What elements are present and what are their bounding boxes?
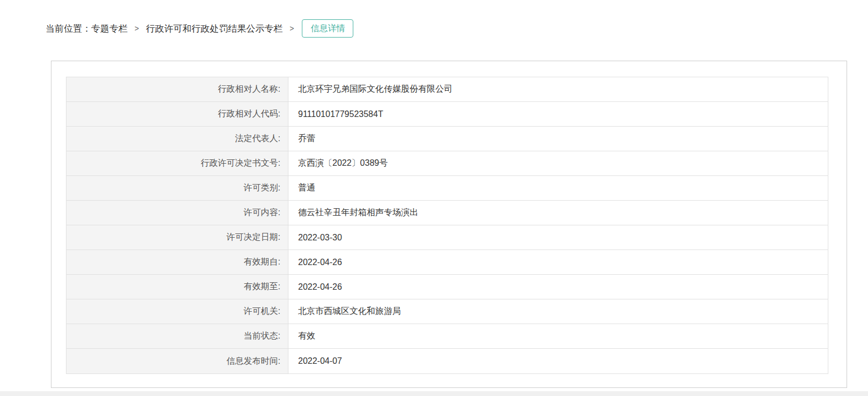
row-label: 许可内容: xyxy=(66,201,288,225)
info-detail-button[interactable]: 信息详情 xyxy=(302,19,353,38)
table-row: 行政相对人名称: 北京环宇兄弟国际文化传媒股份有限公司 xyxy=(66,77,828,102)
row-value: 京西演〔2022〕0389号 xyxy=(288,151,828,175)
table-row: 行政相对人代码: 91110101779523584T xyxy=(66,102,828,127)
row-label: 当前状态: xyxy=(66,324,288,348)
table-row: 许可机关: 北京市西城区文化和旅游局 xyxy=(66,299,828,324)
row-label: 法定代表人: xyxy=(66,127,288,151)
page: 当前位置： 专题专栏 > 行政许可和行政处罚结果公示专栏 > 信息详情 行政相对… xyxy=(0,0,868,396)
row-label: 有效期至: xyxy=(66,275,288,299)
row-value: 乔蕾 xyxy=(288,127,828,151)
row-label: 行政许可决定书文号: xyxy=(66,151,288,175)
row-value: 2022-03-30 xyxy=(288,225,828,250)
breadcrumb-prefix: 当前位置： xyxy=(46,23,91,35)
row-label: 许可类别: xyxy=(66,176,288,200)
breadcrumb-separator: > xyxy=(135,24,139,33)
row-label: 许可决定日期: xyxy=(66,225,288,250)
row-label: 信息发布时间: xyxy=(66,349,288,373)
row-value: 2022-04-26 xyxy=(288,275,828,299)
table-row: 有效期自: 2022-04-26 xyxy=(66,250,828,275)
row-value: 北京市西城区文化和旅游局 xyxy=(288,299,828,324)
breadcrumb-link-special-topics[interactable]: 专题专栏 xyxy=(91,23,128,35)
row-value: 91110101779523584T xyxy=(288,102,828,126)
row-label: 有效期自: xyxy=(66,250,288,274)
table-row: 当前状态: 有效 xyxy=(66,324,828,349)
detail-card: 行政相对人名称: 北京环宇兄弟国际文化传媒股份有限公司 行政相对人代码: 911… xyxy=(51,61,847,388)
row-value: 2022-04-07 xyxy=(288,349,828,373)
table-row: 许可类别: 普通 xyxy=(66,176,828,201)
table-row: 法定代表人: 乔蕾 xyxy=(66,127,828,151)
row-value: 2022-04-26 xyxy=(288,250,828,274)
table-row: 信息发布时间: 2022-04-07 xyxy=(66,349,828,373)
breadcrumb-separator: > xyxy=(290,24,294,33)
breadcrumb: 当前位置： 专题专栏 > 行政许可和行政处罚结果公示专栏 > 信息详情 xyxy=(46,19,353,38)
breadcrumb-link-license-disclosure[interactable]: 行政许可和行政处罚结果公示专栏 xyxy=(146,23,283,35)
table-row: 许可内容: 德云社辛丑年封箱相声专场演出 xyxy=(66,201,828,225)
row-value: 北京环宇兄弟国际文化传媒股份有限公司 xyxy=(288,77,828,101)
row-label: 行政相对人代码: xyxy=(66,102,288,126)
row-label: 行政相对人名称: xyxy=(66,77,288,101)
table-row: 有效期至: 2022-04-26 xyxy=(66,275,828,299)
row-value: 德云社辛丑年封箱相声专场演出 xyxy=(288,201,828,225)
row-value: 普通 xyxy=(288,176,828,200)
table-row: 许可决定日期: 2022-03-30 xyxy=(66,225,828,250)
license-detail-table: 行政相对人名称: 北京环宇兄弟国际文化传媒股份有限公司 行政相对人代码: 911… xyxy=(66,77,828,374)
row-label: 许可机关: xyxy=(66,299,288,324)
row-value: 有效 xyxy=(288,324,828,348)
table-row: 行政许可决定书文号: 京西演〔2022〕0389号 xyxy=(66,151,828,176)
footer-strip xyxy=(0,391,868,396)
